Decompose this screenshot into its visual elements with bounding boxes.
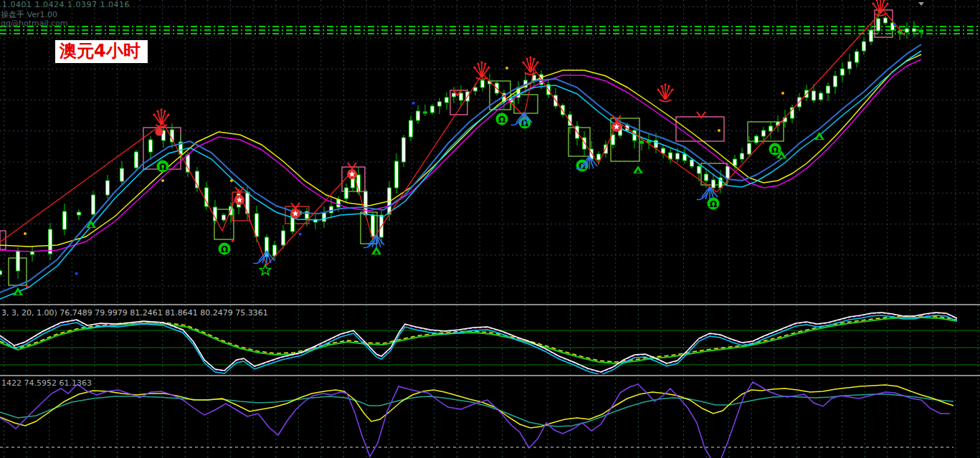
svg-text:Ω: Ω <box>498 115 505 125</box>
red-ball-icon <box>156 128 163 136</box>
omega-ball-icon: Ω <box>157 161 169 173</box>
price-chart-surface[interactable]: ΩΩΩΩΩΩΩ <box>0 0 980 458</box>
yellow-dot-icon <box>781 92 784 95</box>
top-crown-icon <box>473 61 490 80</box>
omega-ball-icon: Ω <box>219 243 231 255</box>
svg-text:Ω: Ω <box>710 199 717 209</box>
panel-dividers <box>0 304 980 376</box>
red-dot-icon <box>232 239 234 242</box>
bottom-star-icon <box>260 264 270 275</box>
sell-star-icon <box>347 169 357 179</box>
moving-averages <box>0 44 921 299</box>
sell-star-icon <box>234 195 244 205</box>
ma-slow-yellow <box>0 54 921 247</box>
svg-text:Ω: Ω <box>771 145 779 155</box>
stochastic-panel <box>0 313 980 375</box>
upper-channel-band <box>0 27 980 34</box>
top-crown-icon <box>657 83 673 102</box>
yellow-dot-icon <box>161 179 164 182</box>
period-marker-icon <box>918 2 924 6</box>
yellow-dot-icon <box>505 67 508 70</box>
zigzag-line <box>0 10 905 265</box>
omega-ball-icon: Ω <box>496 113 508 125</box>
svg-text:Ω: Ω <box>159 162 166 172</box>
omega-ball-icon: Ω <box>769 143 781 156</box>
yellow-dot-icon <box>718 129 720 132</box>
sell-star-icon <box>290 209 300 219</box>
top-crown-icon <box>153 108 169 127</box>
bottom-fan-icon <box>254 251 275 264</box>
up-triangle-icon <box>814 132 824 140</box>
up-triangle-icon <box>13 287 23 295</box>
blue-square-icon <box>893 23 896 26</box>
yellow-dot-icon <box>24 232 27 235</box>
red-dot-icon <box>26 285 29 288</box>
blue-square-icon <box>299 233 302 236</box>
down-v-arrow-icon <box>348 163 356 168</box>
blue-square-icon <box>75 272 78 275</box>
oscillator-panel <box>0 382 953 458</box>
candles-layer <box>0 11 923 279</box>
trading-chart-window: ΩΩΩΩΩΩΩ 1.0401 1.0424 1.0397 1.0416 操盘手 … <box>0 0 980 458</box>
blue-square-icon <box>412 102 415 105</box>
signal-boxes <box>0 10 893 285</box>
omega-ball-icon: Ω <box>708 198 720 210</box>
up-triangle-icon <box>633 166 643 173</box>
svg-text:Ω: Ω <box>221 244 228 254</box>
sell-star-icon <box>612 122 622 132</box>
yellow-dot-icon <box>230 179 233 182</box>
